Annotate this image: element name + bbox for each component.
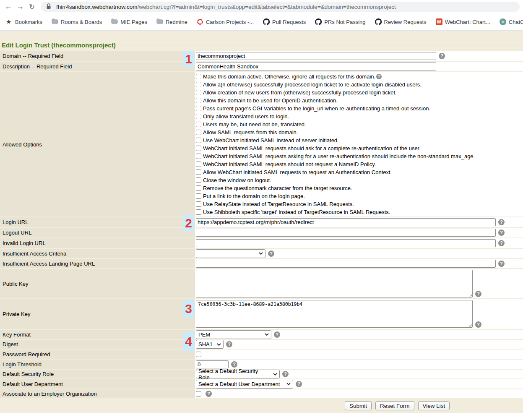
allowed-option[interactable]: Use WebChart initiated SAML instead of s… [196, 136, 523, 144]
checkbox[interactable] [196, 122, 201, 127]
checkbox[interactable] [196, 90, 201, 95]
bookmark-bookmarks[interactable]: Bookmarks [6, 18, 42, 25]
form-row-key-format: Key Format PEM [0, 330, 523, 339]
checkbox[interactable] [196, 162, 201, 167]
back-icon[interactable] [3, 0, 14, 13]
padlock-icon [46, 3, 53, 10]
help-icon[interactable] [475, 321, 481, 328]
login-url-input[interactable] [196, 218, 496, 226]
help-icon[interactable] [498, 261, 505, 267]
bookmark-pull-requests[interactable]: Pull Requests [263, 18, 306, 25]
view-list-button[interactable]: View List [418, 401, 450, 410]
digest-select[interactable]: SHA1 [196, 340, 224, 349]
insufficient-access-landing-input[interactable] [196, 260, 496, 268]
submit-button[interactable]: Submit [345, 401, 372, 410]
checkbox[interactable] [196, 106, 201, 111]
allowed-option[interactable]: Remove the questionmark character from t… [196, 184, 523, 192]
login-threshold-input[interactable] [196, 360, 229, 368]
bookmark-redmine[interactable]: Redmine [156, 18, 187, 25]
allowed-option[interactable]: WebChart initiated SAML requests asking … [196, 152, 523, 160]
help-icon[interactable] [274, 331, 280, 338]
bookmark-prs-not-passing[interactable]: PRs Not Passing [315, 18, 365, 25]
reset-form-button[interactable]: Reset Form [375, 401, 414, 410]
allowed-option[interactable]: Only allow translated users to login. [196, 112, 523, 120]
bookmark-carlson-projects[interactable]: Carlson Projects -... [197, 18, 254, 25]
help-icon[interactable] [498, 219, 505, 225]
checkbox[interactable] [196, 201, 201, 207]
checkbox[interactable] [196, 98, 201, 103]
public-key-textarea[interactable] [196, 270, 473, 297]
description-input[interactable] [196, 63, 436, 70]
checkbox[interactable] [196, 154, 201, 159]
bookmark-rooms-boards[interactable]: Rooms & Boards [52, 18, 102, 25]
allowed-option[interactable]: Close the window on logout. [196, 176, 523, 184]
form-row-default-user-department: Default User Department Select a Default… [0, 379, 523, 389]
form-actions: Submit Reset Form View List [0, 399, 523, 413]
bookmarks-bar: Bookmarks Rooms & Boards MIE Pages Redmi… [0, 13, 523, 31]
allowed-option[interactable]: Pass current page's CGI Variables to the… [196, 104, 523, 112]
help-icon[interactable] [296, 381, 302, 387]
bookmark-label: Review Requests [384, 19, 427, 25]
allowed-option[interactable]: Users may be, but need not be, translate… [196, 120, 523, 128]
private-key-textarea[interactable]: 7ce50036-3c3b-11ee-8689-a21a380b19b4 [196, 300, 473, 328]
checkbox[interactable] [196, 209, 201, 215]
help-icon[interactable] [498, 230, 505, 236]
bookmark-webchart[interactable]: WebChart: Chart... [436, 18, 490, 25]
help-icon[interactable] [439, 53, 445, 59]
checkbox[interactable] [196, 177, 201, 183]
forward-icon[interactable] [14, 0, 26, 13]
allowed-option[interactable]: Use RelayState instead of TargetResource… [196, 200, 523, 208]
help-icon[interactable] [206, 391, 212, 397]
help-icon[interactable] [268, 250, 274, 257]
allowed-option[interactable]: Use Shibboleth specific 'target' instead… [196, 208, 523, 216]
allowed-option[interactable]: Allow creation of new users from (otherw… [196, 89, 523, 97]
allowed-option[interactable]: Allow a(n otherwise) successfully proces… [196, 81, 523, 89]
allowed-option[interactable]: Allow WebChart initiated SAML requests t… [196, 168, 523, 176]
key-format-select[interactable]: PEM [196, 330, 271, 339]
help-icon[interactable] [475, 291, 481, 297]
insufficient-access-landing-label: Insufficient Access Landing Page URL [0, 259, 195, 268]
associate-employer-label: Associate to an Employer Organization [0, 389, 195, 398]
bookmark-chatgpt[interactable]: ChatGPT [500, 18, 523, 25]
bottom-strip [0, 413, 523, 420]
allowed-option[interactable]: WebChart initiated SAML requests should … [196, 144, 523, 152]
checkbox[interactable] [196, 82, 201, 87]
help-icon[interactable] [282, 371, 289, 377]
allowed-option[interactable]: Allow SAML requests from this domain. [196, 128, 523, 136]
domain-input[interactable] [196, 52, 436, 60]
checkbox[interactable] [196, 185, 201, 191]
bookmark-mie-pages[interactable]: MIE Pages [111, 18, 147, 25]
associate-employer-checkbox[interactable] [196, 391, 201, 397]
insufficient-access-criteria-select[interactable] [196, 249, 265, 258]
form-row-associate-employer: Associate to an Employer Organization [0, 389, 523, 398]
folder-icon [52, 18, 58, 25]
reload-icon[interactable] [26, 0, 38, 14]
password-required-checkbox[interactable] [196, 352, 201, 357]
url-path: /webchart.cgi?f=admin&t=login_trusts&opp… [138, 4, 396, 10]
github-icon [375, 18, 382, 25]
checkbox[interactable] [196, 138, 201, 143]
checkbox[interactable] [196, 114, 201, 119]
default-user-department-select[interactable]: Select a Default User Department [196, 380, 293, 389]
address-bar[interactable]: fhirr4sandbox.webchartnow.com/webchart.c… [41, 2, 520, 12]
form-row-password-required: Password Required [0, 350, 523, 359]
allowed-option[interactable]: Allow this domain to be used for OpenID … [196, 97, 523, 104]
help-icon[interactable] [231, 361, 237, 368]
help-icon[interactable] [226, 341, 232, 347]
bookmark-review-requests[interactable]: Review Requests [375, 18, 427, 25]
checkbox[interactable] [196, 170, 201, 175]
help-icon[interactable] [376, 74, 382, 79]
invalid-login-url-input[interactable] [196, 239, 496, 247]
github-icon [315, 18, 322, 25]
checkbox[interactable] [196, 193, 201, 199]
help-icon[interactable] [498, 240, 505, 246]
checkbox[interactable] [196, 130, 201, 135]
default-security-role-select[interactable]: Select a Default Security Role [196, 370, 280, 378]
allowed-option[interactable]: WebChart initiated SAML requests should … [196, 160, 523, 168]
checkbox[interactable] [196, 146, 201, 151]
chevron-down-icon [259, 252, 263, 255]
allowed-option[interactable]: Make this domain active. Otherwise, igno… [196, 73, 523, 81]
logout-url-input[interactable] [196, 229, 496, 237]
checkbox[interactable] [196, 74, 201, 79]
allowed-option[interactable]: Put a link to the domain on the login pa… [196, 192, 523, 200]
